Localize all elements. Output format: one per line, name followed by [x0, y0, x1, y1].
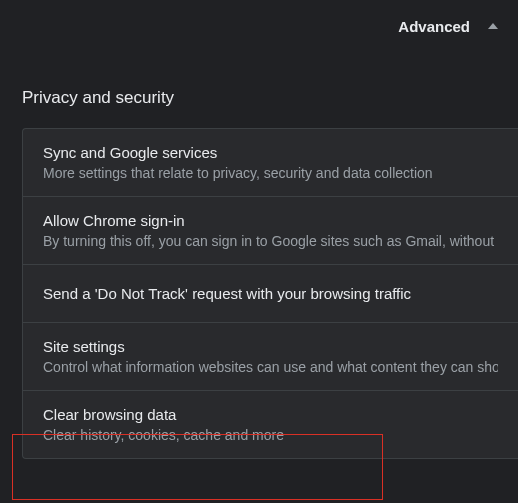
- row-title: Clear browsing data: [43, 406, 498, 423]
- row-desc: Control what information websites can us…: [43, 359, 498, 375]
- row-desc: By turning this off, you can sign in to …: [43, 233, 498, 249]
- advanced-section-toggle[interactable]: Advanced: [0, 0, 518, 52]
- section-title-privacy: Privacy and security: [0, 52, 518, 128]
- row-allow-chrome-signin[interactable]: Allow Chrome sign-in By turning this off…: [23, 197, 518, 265]
- row-desc: Clear history, cookies, cache and more: [43, 427, 498, 443]
- row-title: Site settings: [43, 338, 498, 355]
- row-desc: More settings that relate to privacy, se…: [43, 165, 498, 181]
- row-title: Allow Chrome sign-in: [43, 212, 498, 229]
- chevron-up-icon: [488, 23, 498, 29]
- row-do-not-track[interactable]: Send a 'Do Not Track' request with your …: [23, 265, 518, 323]
- row-sync-google-services[interactable]: Sync and Google services More settings t…: [23, 129, 518, 197]
- privacy-settings-group: Sync and Google services More settings t…: [22, 128, 518, 459]
- row-site-settings[interactable]: Site settings Control what information w…: [23, 323, 518, 391]
- row-clear-browsing-data[interactable]: Clear browsing data Clear history, cooki…: [23, 391, 518, 458]
- row-title: Sync and Google services: [43, 144, 498, 161]
- row-title: Send a 'Do Not Track' request with your …: [43, 285, 498, 302]
- advanced-label: Advanced: [398, 18, 470, 35]
